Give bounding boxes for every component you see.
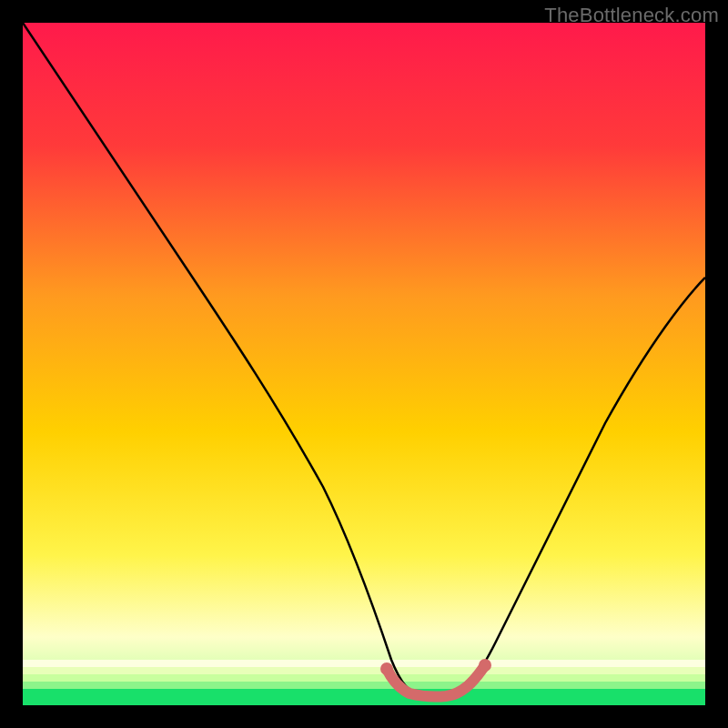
marker-dot-left <box>380 662 393 675</box>
watermark-text: TheBottleneck.com <box>544 4 719 27</box>
chart-frame: TheBottleneck.com <box>0 0 728 728</box>
marker-dot-right <box>479 659 491 672</box>
bottleneck-curve <box>23 23 705 696</box>
flat-bottom-marker <box>387 665 485 697</box>
plot-area <box>23 23 705 705</box>
curve-layer <box>23 23 705 705</box>
